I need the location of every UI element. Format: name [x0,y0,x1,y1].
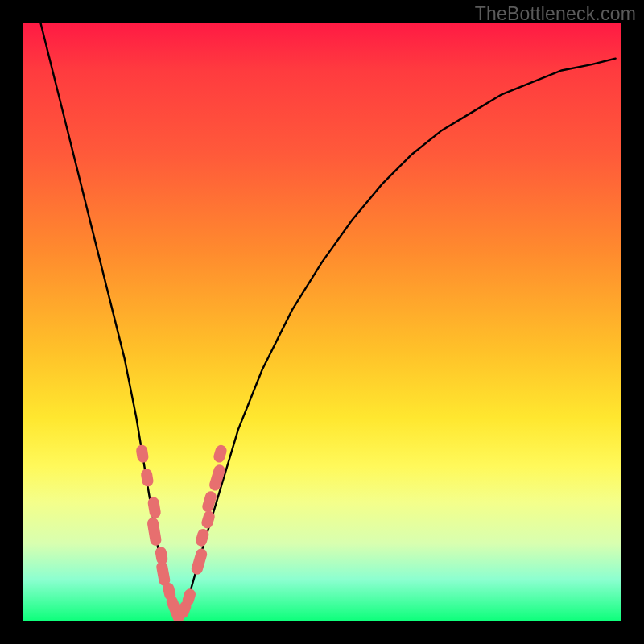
chart-svg [23,23,621,621]
chart-frame: TheBottleneck.com [0,0,644,644]
curve-marker [213,444,229,464]
curve-marker [190,547,208,576]
curve-marker [147,496,162,518]
curve-marker [135,444,149,464]
curve-marker [201,490,218,514]
watermark-text: TheBottleneck.com [475,3,636,25]
curve-marker [147,517,163,547]
curve-marker [140,468,154,487]
bottleneck-curve [40,23,615,621]
marker-group [135,444,228,621]
curve-group [40,23,615,621]
plot-area [23,23,621,621]
